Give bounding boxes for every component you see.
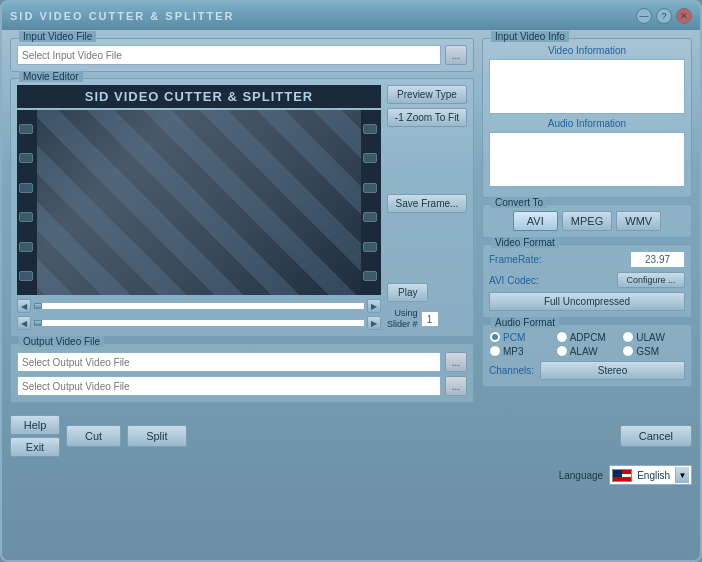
alaw-option[interactable]: ALAW: [556, 345, 619, 357]
window-title: SID VIDEO CUTTER & SPLITTER: [10, 10, 235, 22]
editor-content: SID VIDEO CUTTER & SPLITTER: [17, 85, 467, 330]
adpcm-option[interactable]: ADPCM: [556, 331, 619, 343]
audio-information-box: [489, 132, 685, 187]
flag-icon: [612, 469, 632, 482]
gsm-label: GSM: [636, 346, 659, 357]
film-hole: [363, 271, 377, 281]
spacer: [387, 131, 467, 190]
language-dropdown[interactable]: English ▼: [609, 465, 692, 485]
adpcm-radio[interactable]: [556, 331, 568, 343]
input-video-row: ...: [17, 45, 467, 65]
audio-options: PCM ADPCM ULAW MP3: [489, 331, 685, 357]
ulaw-label: ULAW: [636, 332, 665, 343]
language-bar: Language English ▼: [2, 463, 700, 489]
output-video-group: Output Video File ... ...: [10, 343, 474, 403]
video-format-group: Video Format FrameRate: 23.97 AVI Codec:…: [482, 244, 692, 318]
output-row-1: ...: [17, 352, 467, 372]
right-panel: Input Video Info Video Information Audio…: [482, 38, 692, 403]
output-row-2: ...: [17, 376, 467, 396]
convert-buttons: AVI MPEG WMV: [489, 211, 685, 231]
video-area: SID VIDEO CUTTER & SPLITTER: [17, 85, 381, 330]
preview-type-button[interactable]: Preview Type: [387, 85, 467, 104]
output-browse-button-1[interactable]: ...: [445, 352, 467, 372]
avi-codec-row: AVI Codec: Configure ...: [489, 272, 685, 288]
input-video-info-group: Input Video Info Video Information Audio…: [482, 38, 692, 198]
minimize-button[interactable]: —: [636, 8, 652, 24]
help-main-button[interactable]: Help: [10, 415, 60, 435]
pcm-radio[interactable]: [489, 331, 501, 343]
alaw-radio[interactable]: [556, 345, 568, 357]
pcm-label: PCM: [503, 332, 525, 343]
slider-left-arrow-2[interactable]: ◀: [17, 316, 31, 330]
help-exit-group: Help Exit: [10, 415, 60, 457]
mp3-option[interactable]: MP3: [489, 345, 552, 357]
film-hole: [363, 242, 377, 252]
audio-format-label: Audio Format: [491, 317, 559, 328]
film-hole: [363, 212, 377, 222]
slider-track-2[interactable]: [33, 319, 365, 327]
full-uncompressed-button[interactable]: Full Uncompressed: [489, 292, 685, 311]
slider-row-1: ◀ ▶: [17, 299, 381, 313]
film-hole: [363, 153, 377, 163]
output-video-field-1[interactable]: [17, 352, 441, 372]
adpcm-label: ADPCM: [570, 332, 606, 343]
input-browse-button[interactable]: ...: [445, 45, 467, 65]
ulaw-radio[interactable]: [622, 331, 634, 343]
audio-format-group: Audio Format PCM ADPCM ULAW: [482, 324, 692, 387]
ulaw-option[interactable]: ULAW: [622, 331, 685, 343]
film-strip-overlay: [17, 110, 381, 295]
cut-button[interactable]: Cut: [66, 425, 121, 447]
input-video-field[interactable]: [17, 45, 441, 65]
mp3-radio[interactable]: [489, 345, 501, 357]
slider-right-arrow-2[interactable]: ▶: [367, 316, 381, 330]
film-holes-right: [361, 110, 381, 295]
play-button[interactable]: Play: [387, 283, 428, 302]
slider-number: 1: [421, 311, 439, 327]
editor-controls: Preview Type -1 Zoom To Fit Save Frame..…: [387, 85, 467, 330]
input-video-label: Input Video File: [19, 31, 96, 42]
configure-button[interactable]: Configure ...: [617, 272, 685, 288]
avi-codec-key: AVI Codec:: [489, 275, 554, 286]
close-button[interactable]: ✕: [676, 8, 692, 24]
movie-editor-label: Movie Editor: [19, 71, 83, 82]
film-hole: [19, 153, 33, 163]
cancel-button[interactable]: Cancel: [620, 425, 692, 447]
slider-track-1[interactable]: [33, 302, 365, 310]
save-frame-button[interactable]: Save Frame...: [387, 194, 467, 213]
film-hole: [19, 271, 33, 281]
channels-label: Channels:: [489, 365, 534, 376]
bottom-buttons: Help Exit Cut Split Cancel: [2, 411, 700, 463]
dropdown-arrow-icon[interactable]: ▼: [675, 467, 689, 483]
wmv-button[interactable]: WMV: [616, 211, 661, 231]
split-button[interactable]: Split: [127, 425, 186, 447]
help-button[interactable]: ?: [656, 8, 672, 24]
avi-button[interactable]: AVI: [513, 211, 558, 231]
film-holes-left: [17, 110, 37, 295]
exit-button[interactable]: Exit: [10, 437, 60, 457]
output-browse-button-2[interactable]: ...: [445, 376, 467, 396]
main-window: SID VIDEO CUTTER & SPLITTER — ? ✕ Input …: [0, 0, 702, 562]
output-video-label: Output Video File: [19, 336, 104, 347]
output-video-field-2[interactable]: [17, 376, 441, 396]
alaw-label: ALAW: [570, 346, 598, 357]
convert-to-label: Convert To: [491, 197, 547, 208]
using-slider-label: UsingSlider #: [387, 308, 418, 330]
left-panel: Input Video File ... Movie Editor SID VI…: [10, 38, 474, 403]
slider-thumb-2: [34, 320, 42, 326]
slider-right-arrow-1[interactable]: ▶: [367, 299, 381, 313]
slider-left-arrow-1[interactable]: ◀: [17, 299, 31, 313]
mp3-label: MP3: [503, 346, 524, 357]
input-video-group: Input Video File ...: [10, 38, 474, 72]
stereo-button[interactable]: Stereo: [540, 361, 685, 380]
pcm-option[interactable]: PCM: [489, 331, 552, 343]
slider-row-2: ◀ ▶: [17, 316, 381, 330]
mpeg-button[interactable]: MPEG: [562, 211, 612, 231]
zoom-to-fit-button[interactable]: -1 Zoom To Fit: [387, 108, 467, 127]
gsm-option[interactable]: GSM: [622, 345, 685, 357]
gsm-radio[interactable]: [622, 345, 634, 357]
title-buttons: — ? ✕: [636, 8, 692, 24]
title-bar: SID VIDEO CUTTER & SPLITTER — ? ✕: [2, 2, 700, 30]
movie-editor-group: Movie Editor SID VIDEO CUTTER & SPLITTER: [10, 78, 474, 337]
film-hole: [19, 183, 33, 193]
video-preview: [17, 110, 381, 295]
